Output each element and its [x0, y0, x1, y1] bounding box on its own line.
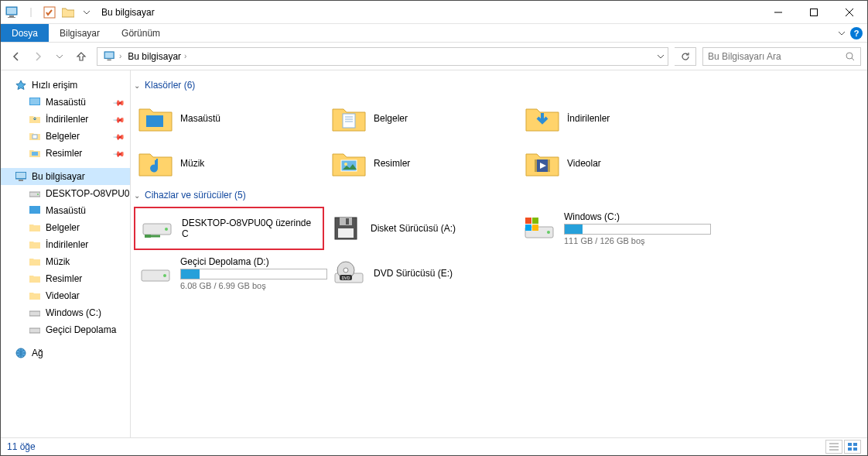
back-button[interactable]	[7, 47, 26, 66]
folder-music-icon: "}	[137, 145, 174, 182]
ribbon-expand-icon[interactable]	[838, 29, 846, 37]
group-folders-header[interactable]: ⌄ Klasörler (6)	[134, 77, 864, 97]
properties-icon[interactable]	[41, 4, 58, 21]
recent-locations-button[interactable]	[50, 47, 69, 66]
svg-rect-62	[853, 443, 857, 446]
item-label: İndirilenler	[567, 113, 711, 124]
item-label: Disket Sürücüsü (A:)	[371, 223, 514, 234]
folder-pictures[interactable]: Resimler	[327, 142, 521, 185]
tab-file[interactable]: Dosya	[1, 24, 49, 42]
sidebar-documents[interactable]: Belgeler 📌	[1, 128, 130, 145]
forward-button[interactable]	[29, 47, 47, 66]
tab-computer[interactable]: Bilgisayar	[49, 24, 111, 42]
folder-desktop[interactable]: Masaüstü	[134, 97, 327, 140]
sidebar-pc-music[interactable]: Müzik	[1, 253, 130, 270]
svg-rect-26	[29, 328, 40, 333]
sidebar-pc-downloads[interactable]: İndirilenler	[1, 236, 130, 253]
sidebar-this-pc[interactable]: Bu bilgisayar	[1, 168, 130, 185]
folder-documents-icon	[330, 100, 367, 137]
sidebar-item-label: Hızlı erişim	[32, 80, 77, 91]
device-remote-c[interactable]: DESKTOP-O8VPU0Q üzerinde C	[134, 207, 324, 250]
device-floppy[interactable]: Disket Sürücüsü (A:)	[324, 207, 518, 250]
sidebar-item-label: Videolar	[46, 290, 80, 301]
sidebar-pc-documents[interactable]: Belgeler	[1, 219, 130, 236]
sidebar-network[interactable]: Ağ	[1, 345, 130, 362]
sidebar-remote-drive[interactable]: DESKTOP-O8VPU0Q	[1, 185, 130, 202]
svg-rect-50	[532, 225, 538, 231]
folder-documents[interactable]: Belgeler	[327, 97, 521, 140]
search-box[interactable]	[702, 47, 861, 66]
device-dvd[interactable]: DVD DVD Sürücüsü (E:)	[327, 252, 521, 295]
chevron-down-icon: ⌄	[134, 191, 140, 200]
address-dropdown-icon[interactable]	[657, 53, 665, 60]
sidebar-drive-c[interactable]: Windows (C:)	[1, 304, 130, 321]
folder-music[interactable]: "} Müzik	[134, 142, 327, 185]
sidebar-pictures[interactable]: Resimler 📌	[1, 145, 130, 162]
drive-usage-bar	[180, 269, 327, 279]
svg-rect-25	[29, 311, 40, 316]
desktop-icon	[29, 204, 41, 217]
up-button[interactable]	[72, 47, 91, 66]
svg-rect-24	[29, 206, 40, 214]
folder-videos[interactable]: Videolar	[521, 142, 714, 185]
svg-rect-7	[811, 9, 818, 15]
svg-rect-43	[346, 218, 349, 225]
content-pane: ⌄ Klasörler (6) Masaüstü Belgeler İndiri…	[131, 70, 867, 437]
svg-point-39	[165, 228, 168, 231]
tab-view[interactable]: Görünüm	[111, 24, 171, 42]
videos-icon	[29, 290, 41, 302]
svg-rect-12	[108, 59, 111, 60]
refresh-button[interactable]	[675, 47, 696, 66]
sidebar-item-label: DESKTOP-O8VPU0Q	[46, 188, 131, 199]
sidebar-item-label: Belgeler	[46, 222, 80, 233]
large-icons-view-button[interactable]	[844, 440, 861, 454]
address-bar[interactable]: › Bu bilgisayar ›	[97, 47, 668, 66]
sidebar-pc-desktop[interactable]: Masaüstü	[1, 202, 130, 219]
sidebar-desktop[interactable]: Masaüstü 📌	[1, 94, 130, 111]
group-devices-header[interactable]: ⌄ Cihazlar ve sürücüler (5)	[134, 187, 864, 207]
pictures-icon	[29, 147, 41, 159]
breadcrumb-sep-icon[interactable]: ›	[119, 52, 121, 60]
sidebar-drive-d[interactable]: Geçici Depolama	[1, 321, 130, 338]
sidebar-item-label: Ağ	[32, 348, 43, 358]
svg-rect-40	[145, 235, 151, 238]
search-icon[interactable]	[845, 51, 856, 62]
close-button[interactable]	[832, 1, 867, 24]
folder-pictures-icon	[330, 145, 367, 182]
maximize-button[interactable]	[796, 1, 832, 24]
svg-rect-28	[146, 115, 163, 127]
search-input[interactable]	[708, 51, 845, 62]
qat-dropdown-icon[interactable]	[78, 4, 95, 21]
desktop-icon	[29, 96, 41, 108]
sidebar-item-label: Masaüstü	[46, 97, 86, 108]
svg-rect-63	[848, 447, 852, 451]
svg-rect-21	[19, 180, 23, 181]
svg-rect-36	[535, 159, 537, 172]
folder-downloads[interactable]: İndirilenler	[521, 97, 714, 140]
sidebar-quick-access[interactable]: Hızlı erişim	[1, 77, 130, 94]
svg-rect-47	[525, 218, 531, 224]
group-title: Cihazlar ve sürücüler (5)	[145, 190, 246, 201]
qat-separator	[22, 4, 39, 21]
sidebar-pc-pictures[interactable]: Resimler	[1, 270, 130, 287]
svg-rect-3	[8, 17, 15, 18]
help-icon[interactable]: ?	[850, 27, 863, 39]
device-temp-d[interactable]: Geçici Depolama (D:) 6.08 GB / 6.99 GB b…	[134, 252, 327, 295]
svg-text:DVD: DVD	[342, 276, 350, 280]
breadcrumb-sep-icon[interactable]: ›	[184, 52, 186, 60]
breadcrumb-root-icon[interactable]: ›	[101, 48, 125, 65]
breadcrumb-this-pc[interactable]: Bu bilgisayar ›	[125, 48, 190, 65]
new-folder-icon[interactable]	[60, 4, 77, 21]
star-icon	[15, 79, 27, 91]
item-label: Resimler	[374, 158, 518, 169]
folder-desktop-icon	[137, 100, 174, 137]
breadcrumb-label: Bu bilgisayar	[128, 51, 181, 62]
sidebar-pc-videos[interactable]: Videolar	[1, 287, 130, 304]
sidebar-downloads[interactable]: İndirilenler 📌	[1, 111, 130, 128]
svg-point-55	[343, 268, 348, 273]
minimize-button[interactable]	[760, 1, 796, 24]
details-view-button[interactable]	[825, 440, 842, 454]
device-windows-c[interactable]: Windows (C:) 111 GB / 126 GB boş	[518, 207, 711, 250]
sidebar-item-label: Masaüstü	[46, 205, 86, 216]
svg-point-34	[344, 163, 347, 166]
